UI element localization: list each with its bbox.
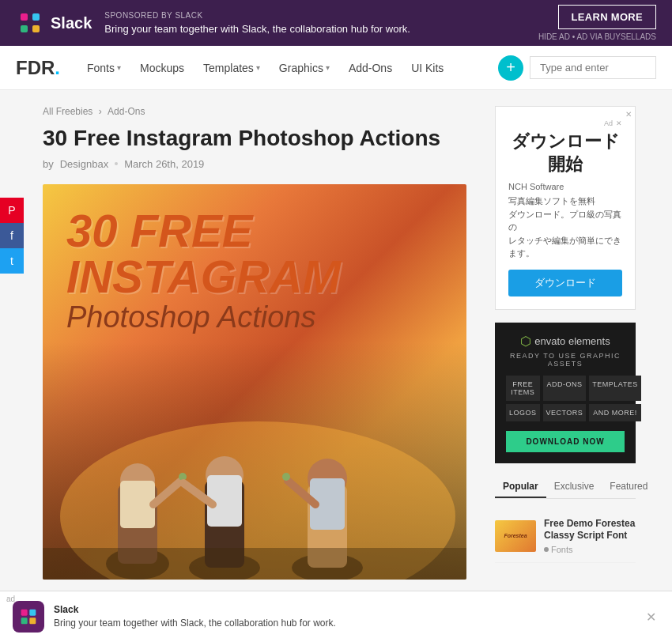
notification-ad-label: ad: [6, 595, 15, 595]
nav-fonts-chevron: ▾: [117, 63, 121, 72]
slack-banner-right: LEARN MORE HIDE AD • AD VIA BUYSELLADS: [538, 5, 656, 41]
slack-logo: Slack: [16, 9, 92, 37]
pinterest-share-button[interactable]: P: [0, 198, 24, 223]
sidebar-tab-popular[interactable]: Popular: [495, 476, 546, 498]
svg-rect-1: [32, 13, 40, 21]
nav-uikits-label: UI Kits: [411, 62, 444, 74]
article-author-label: by: [43, 158, 54, 170]
envato-logo-text: envato elements: [534, 335, 610, 347]
nav-graphics-label: Graphics: [279, 62, 323, 74]
meta-separator: [115, 162, 118, 165]
svg-rect-0: [21, 13, 28, 21]
slack-sponsored-label: SPONSORED BY SLACK: [104, 11, 410, 20]
sidebar: ✕ Ad ✕ ダウンロード開始 NCH Software 写真編集ソフトを無料ダ…: [482, 90, 648, 595]
nav-templates-label: Templates: [203, 62, 254, 74]
article-hero-image: 30 FREE INSTAGRAM Photoshop Actions: [43, 184, 466, 580]
sidebar-list-item[interactable]: Forestea Free Demo Forestea Classy Scrip…: [495, 510, 636, 563]
envato-logo-icon: ⬡: [520, 334, 531, 349]
nav-item-templates[interactable]: Templates ▾: [195, 55, 268, 81]
envato-tag-templates[interactable]: TEMPLATES: [589, 376, 640, 401]
sidebar-item-thumbnail: Forestea: [495, 520, 536, 552]
article-meta: by Designbax March 26th, 2019: [43, 158, 466, 170]
sidebar-item-cat-label: Fonts: [551, 545, 573, 554]
sidebar-item-category: Fonts: [544, 545, 636, 554]
hero-text-line2: INSTAGRAM: [66, 254, 443, 300]
envato-tag-logos[interactable]: LOGOS: [506, 404, 540, 421]
breadcrumb-addons[interactable]: Add-Ons: [108, 106, 145, 117]
facebook-icon: f: [10, 229, 13, 242]
sidebar-tab-featured[interactable]: Featured: [602, 476, 655, 498]
nav-addons-label: Add-Ons: [349, 62, 392, 74]
envato-ad-block: ⬡ envato elements READY TO USE GRAPHIC A…: [495, 323, 636, 463]
hero-text-line1: 30 FREE: [66, 208, 443, 254]
envato-tag-vectors[interactable]: VECTORS: [543, 404, 587, 421]
sidebar-thumb-bg: Forestea: [495, 520, 536, 552]
nav-item-fonts[interactable]: Fonts ▾: [79, 55, 129, 81]
slack-banner: Slack SPONSORED BY SLACK Bring your team…: [0, 0, 672, 46]
ad-close-btn[interactable]: ✕: [616, 119, 622, 127]
nav-item-addons[interactable]: Add-Ons: [341, 55, 400, 81]
svg-point-21: [282, 473, 290, 481]
twitter-icon: t: [10, 255, 13, 267]
hero-people-svg: [43, 358, 466, 580]
svg-rect-3: [32, 25, 40, 32]
social-bar: P f t: [0, 198, 24, 274]
envato-subtitle: READY TO USE GRAPHIC ASSETS: [506, 352, 625, 368]
slack-logo-text: Slack: [51, 14, 92, 32]
breadcrumb: All Freebies › Add-Ons: [43, 106, 466, 117]
main-nav: FDR. Fonts ▾ Mockups Templates ▾ Graphic…: [0, 46, 672, 90]
nav-item-mockups[interactable]: Mockups: [132, 55, 192, 81]
sidebar-item-title: Free Demo Forestea Classy Script Font: [544, 518, 636, 542]
slack-logo-icon: [16, 9, 44, 37]
main-content: All Freebies › Add-Ons 30 Free Instagram…: [24, 90, 482, 595]
twitter-share-button[interactable]: t: [0, 248, 24, 274]
sidebar-tabs: Popular Exclusive Featured: [495, 476, 636, 499]
pinterest-icon: P: [8, 204, 15, 217]
slack-banner-description: Bring your team together with Slack, the…: [104, 23, 410, 35]
envato-download-button[interactable]: DOWNLOAD NOW: [506, 431, 625, 452]
sidebar-thumb-text: Forestea: [502, 531, 528, 540]
slack-banner-left: Slack SPONSORED BY SLACK Bring your team…: [16, 9, 410, 37]
nav-fonts-label: Fonts: [87, 62, 115, 74]
category-dot: [544, 547, 549, 552]
ad-block-japanese: ✕ Ad ✕ ダウンロード開始 NCH Software 写真編集ソフトを無料ダ…: [495, 106, 636, 310]
sidebar-tab-exclusive[interactable]: Exclusive: [546, 476, 602, 498]
breadcrumb-separator: ›: [99, 106, 104, 117]
nav-mockups-label: Mockups: [140, 62, 184, 74]
svg-rect-22: [43, 548, 466, 580]
hero-people-overlay: [43, 342, 466, 580]
ad-download-btn-jp[interactable]: ダウンロード: [508, 270, 622, 296]
nav-item-uikits[interactable]: UI Kits: [403, 55, 451, 81]
ad-brand: NCH Software: [508, 182, 622, 191]
svg-rect-2: [21, 25, 28, 32]
nav-search: +: [498, 55, 656, 81]
hero-text-line3: Photoshop Actions: [66, 300, 443, 336]
slack-learn-more-button[interactable]: LEARN MORE: [558, 5, 656, 29]
envato-tag-free[interactable]: FREE ITEMS: [506, 376, 540, 401]
envato-tag-more[interactable]: AND MORE!: [589, 404, 640, 421]
site-logo[interactable]: FDR.: [16, 57, 60, 79]
slack-banner-info: SPONSORED BY SLACK Bring your team toget…: [104, 11, 410, 36]
nav-graphics-chevron: ▾: [326, 63, 330, 72]
breadcrumb-freebies[interactable]: All Freebies: [43, 106, 92, 117]
ad-indicator: Ad: [604, 119, 613, 127]
bottom-notification: ad Slack Bring your team together with S…: [0, 591, 672, 595]
slack-hide-ad-label[interactable]: HIDE AD • AD VIA BUYSELLADS: [538, 32, 656, 41]
logo-dot: .: [55, 57, 60, 78]
ad-desc-jp: 写真編集ソフトを無料ダウンロード。プロ級の写真のレタッチや編集が簡単にできます。: [508, 194, 622, 260]
article-author: Designbax: [60, 158, 108, 170]
envato-tag-addons[interactable]: ADD-ONS: [543, 376, 587, 401]
ad-title-jp: ダウンロード開始: [508, 130, 622, 176]
nav-templates-chevron: ▾: [256, 63, 260, 72]
article-title: 30 Free Instagram Photoshop Actions: [43, 125, 466, 152]
sidebar-item-info: Free Demo Forestea Classy Script Font Fo…: [544, 518, 636, 554]
envato-logo: ⬡ envato elements: [506, 334, 625, 349]
facebook-share-button[interactable]: f: [0, 223, 24, 248]
content-layout: All Freebies › Add-Ons 30 Free Instagram…: [0, 90, 672, 595]
envato-tags-grid: FREE ITEMS ADD-ONS TEMPLATES LOGOS VECTO…: [506, 376, 625, 421]
search-input[interactable]: [530, 56, 656, 79]
nav-plus-button[interactable]: +: [498, 55, 523, 81]
article-date: March 26th, 2019: [124, 158, 204, 170]
nav-item-graphics[interactable]: Graphics ▾: [271, 55, 338, 81]
nav-items: Fonts ▾ Mockups Templates ▾ Graphics ▾ A…: [79, 55, 498, 81]
